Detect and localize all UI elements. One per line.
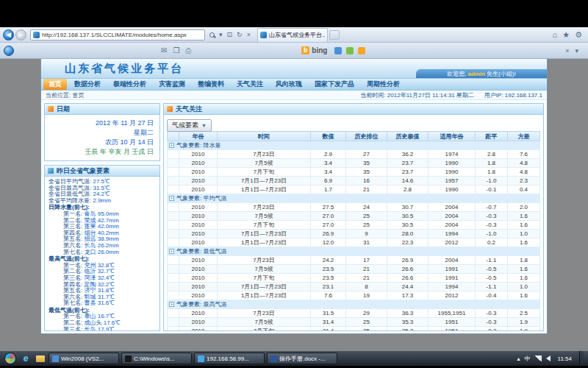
station-link[interactable]: 龙口 (84, 249, 97, 255)
table-cell: 1.6 (508, 238, 540, 247)
settings-gear-icon[interactable]: ⚙ (575, 30, 582, 40)
table-cell: 7月5候 (218, 265, 311, 274)
expand-icon[interactable]: + (169, 143, 174, 148)
plugin-icon-2[interactable] (346, 47, 354, 54)
table-cell: 1990 (429, 168, 476, 177)
table-cell: 7月23日 (218, 150, 311, 159)
row-expand-cell (168, 203, 179, 212)
taskbar-button-2[interactable]: 192.168.58.99... (194, 353, 265, 364)
table-cell: 2004 (429, 203, 476, 212)
browser-tab[interactable]: 山东省气候业务平台... (257, 28, 328, 42)
table-group-row[interactable]: +气象要素: 平均气温 (168, 194, 540, 203)
table-cell: 7月下旬 (218, 168, 311, 177)
home-icon[interactable]: ⌂ (553, 30, 558, 39)
expand-icon[interactable]: + (169, 196, 174, 201)
address-dropdown-icon[interactable]: ▾ (217, 31, 225, 38)
plugin-icon-1[interactable] (334, 47, 342, 54)
table-cell: 27.0 (311, 212, 346, 221)
table-group-row[interactable]: +气象要素: 最高气温 (168, 300, 540, 309)
compatibility-icon[interactable]: ⊡ (225, 31, 235, 38)
table-cell: 7月下旬 (218, 221, 311, 230)
table-cell: 2010 (179, 212, 218, 221)
table-cell: 35 (346, 159, 387, 168)
table-header-expand (168, 132, 179, 141)
weather-panel-title: 昨日全省气象要素 (57, 166, 110, 176)
table-cell: 26.6 (387, 274, 429, 283)
refresh-icon[interactable]: ↻ (234, 31, 245, 38)
stat-line: 全省平均降水量: 2.9mm (49, 198, 156, 205)
nav-item-4[interactable]: 整编资料 (193, 79, 229, 90)
show-desktop-button[interactable] (579, 351, 584, 366)
table-group-row[interactable]: +气象要素: 降水量 (168, 141, 540, 150)
table-cell: 2010 (179, 203, 218, 212)
taskbar-clock[interactable]: 11:54 (555, 355, 575, 362)
table-cell: 25 (346, 318, 387, 327)
nav-item-6[interactable]: 风向玫瑰 (270, 79, 307, 90)
forward-button[interactable]: ▶ (15, 29, 26, 40)
row-expand-cell (168, 212, 179, 221)
nav-item-0[interactable]: 首页 (43, 79, 67, 90)
row-expand-cell (168, 177, 179, 185)
taskbar-button-1[interactable]: C:\Windows\s... (121, 353, 192, 364)
table-cell: 1.6 (508, 212, 540, 221)
print-icon[interactable]: ⎙ (185, 46, 191, 55)
station-link[interactable]: 长岛 (84, 326, 97, 331)
table-cell: 2004 (429, 221, 476, 230)
toolbar-more-icon[interactable]: ▾ (575, 47, 578, 54)
table-cell: 7月23日 (218, 256, 311, 265)
table-cell: -0.3 (476, 327, 508, 331)
favorites-star-icon[interactable]: ★ (562, 30, 570, 40)
nav-item-2[interactable]: 极端性分析 (108, 79, 151, 90)
start-button[interactable] (4, 353, 16, 364)
nav-item-8[interactable]: 周期性分析 (362, 79, 405, 90)
back-button[interactable]: ◀ (3, 29, 14, 40)
table-cell: 7月1日—7月23日 (218, 177, 311, 185)
toolbar-logo-icon[interactable] (4, 46, 14, 56)
table-row: 20107月下旬31.42535.31951-0.31.9 (168, 327, 540, 331)
table-cell: 35.3 (387, 327, 429, 331)
taskbar-button-0[interactable]: Win2008 (VS2... (49, 353, 119, 364)
taskbar-button-icon (52, 355, 59, 362)
search-icon[interactable] (209, 32, 215, 38)
table-cell: 2012 (429, 238, 476, 247)
taskbar-button-label: C:\Windows\s... (134, 355, 175, 362)
rank-label: 第七名: (63, 300, 84, 306)
table-cell: 1月1日—7月23日 (218, 291, 311, 300)
tray-expand-icon[interactable]: ▴ (517, 355, 520, 362)
table-cell: 26.9 (387, 256, 429, 265)
ime-indicator[interactable]: 中 (525, 355, 531, 363)
table-cell: 25 (346, 221, 387, 230)
stat-label: 全省平均降水量: (49, 197, 93, 204)
quicklaunch-explorer-icon[interactable] (34, 353, 47, 364)
bing-toolbar[interactable]: b bing (301, 46, 327, 54)
nav-item-7[interactable]: 国家下发产品 (309, 79, 359, 90)
mail-icon[interactable]: ✉ (161, 46, 167, 55)
network-icon[interactable] (535, 355, 542, 361)
page-icon[interactable]: ❐ (173, 46, 179, 55)
plugin-icon-3[interactable] (358, 47, 365, 54)
climate-element-button[interactable]: 气候要素 ▼ (167, 119, 212, 132)
table-cell: 7月1日—7月23日 (218, 230, 311, 238)
expand-icon[interactable]: + (169, 249, 174, 254)
row-expand-cell (168, 309, 179, 318)
nav-item-1[interactable]: 数据分析 (69, 79, 106, 90)
row-expand-cell (168, 256, 179, 265)
volume-icon[interactable] (546, 355, 551, 361)
new-tab-button[interactable] (329, 30, 340, 40)
table-group-row[interactable]: +气象要素: 最低气温 (168, 247, 540, 256)
table-cell: 19 (346, 291, 387, 300)
nav-item-5[interactable]: 天气关注 (232, 79, 268, 90)
table-cell: 26.9 (311, 230, 346, 238)
toolbar-close-icon[interactable]: × (565, 47, 569, 54)
quicklaunch-ie-icon[interactable]: e (19, 353, 32, 364)
address-bar[interactable]: http://192.168.137.1/SLCCLIMATE/modules/… (30, 29, 205, 40)
taskbar-button-3[interactable]: 操作手册.docx -... (267, 353, 337, 364)
station-link[interactable]: 曹县 (84, 300, 97, 306)
table-header-cell: 适用年份 (429, 132, 476, 141)
table-cell: -0.3 (476, 221, 508, 230)
table-cell: 1.8 (476, 168, 508, 177)
table-cell: 2010 (179, 150, 218, 159)
nav-item-3[interactable]: 灾害监测 (154, 79, 190, 90)
stop-icon[interactable]: × (245, 31, 253, 38)
expand-icon[interactable]: + (169, 302, 174, 307)
